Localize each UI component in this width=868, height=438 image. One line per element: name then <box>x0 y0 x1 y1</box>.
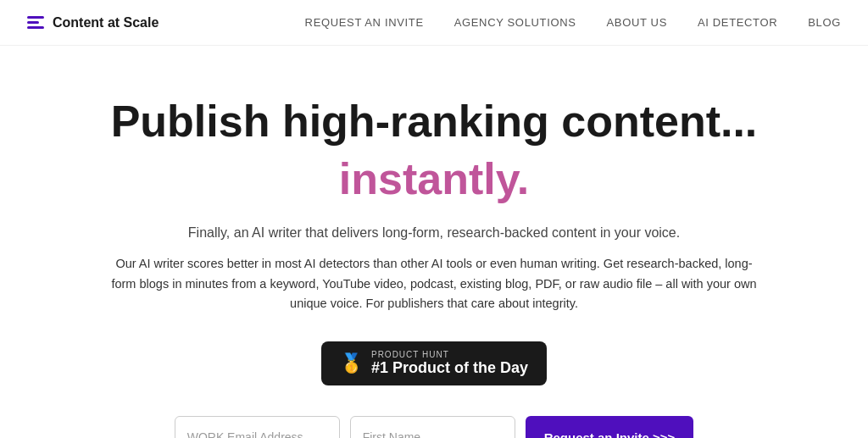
badge-text: PRODUCT HUNT #1 Product of the Day <box>371 350 528 377</box>
firstname-input[interactable] <box>350 416 515 438</box>
main-nav: REQUEST AN INVITE AGENCY SOLUTIONS ABOUT… <box>305 16 841 29</box>
product-hunt-badge[interactable]: 🥇 PRODUCT HUNT #1 Product of the Day <box>321 341 547 385</box>
hero-headline-accent: instantly. <box>339 154 529 205</box>
hero-description: Our AI writer scores better in most AI d… <box>103 254 765 315</box>
nav-agency-solutions[interactable]: AGENCY SOLUTIONS <box>454 16 576 29</box>
medal-icon: 🥇 <box>340 354 363 373</box>
hero-section: Publish high-ranking content... instantl… <box>0 46 868 438</box>
logo[interactable]: Content at Scale <box>27 15 159 30</box>
badge-title: #1 Product of the Day <box>371 359 528 377</box>
request-invite-button[interactable]: Request an Invite >>> <box>526 416 694 438</box>
logo-icon <box>27 16 44 29</box>
nav-ai-detector[interactable]: AI DETECTOR <box>698 16 777 29</box>
email-input[interactable] <box>175 416 340 438</box>
logo-text: Content at Scale <box>53 15 159 30</box>
badge-eyebrow: PRODUCT HUNT <box>371 350 449 359</box>
nav-blog[interactable]: BLOG <box>808 16 841 29</box>
hero-subheadline: Finally, an AI writer that delivers long… <box>188 225 680 241</box>
nav-request-invite[interactable]: REQUEST AN INVITE <box>305 16 424 29</box>
hero-headline: Publish high-ranking content... <box>111 97 758 147</box>
invite-form: Request an Invite >>> <box>175 416 694 438</box>
nav-about-us[interactable]: ABOUT US <box>607 16 667 29</box>
